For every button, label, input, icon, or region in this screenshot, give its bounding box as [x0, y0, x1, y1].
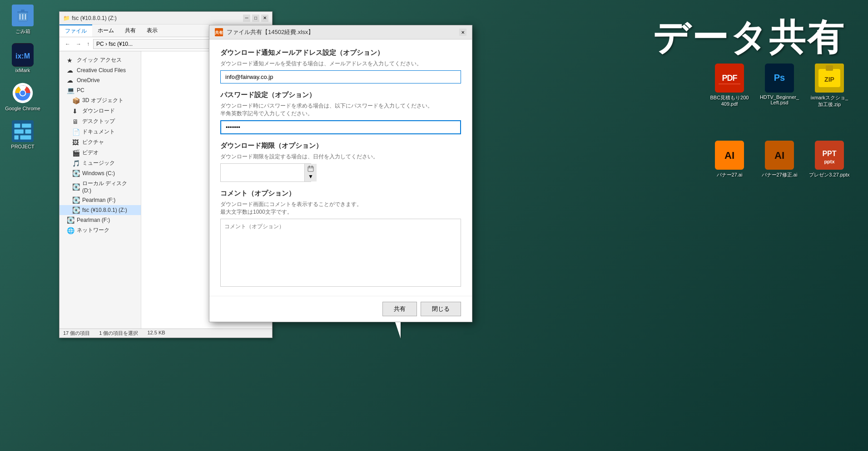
- sidebar-label-quick-access: クイック アクセス: [77, 56, 122, 64]
- sidebar-label-pc: PC: [77, 87, 84, 93]
- right-icon-ppt[interactable]: PPT pptx プレゼン3.27.pptx: [809, 141, 850, 178]
- 3d-icon: 📦: [72, 97, 79, 104]
- forward-button[interactable]: →: [74, 40, 83, 48]
- tab-share[interactable]: 共有: [119, 25, 141, 37]
- tab-home[interactable]: ホーム: [92, 25, 119, 37]
- dialog-footer: 共有 閉じる: [209, 296, 472, 322]
- comment-section-title: コメント（オプション）: [220, 189, 461, 198]
- sidebar-item-windows-c[interactable]: 💽 Windows (C:): [60, 168, 141, 178]
- sidebar-label-pearlman-f: Pearlman (F:): [82, 197, 115, 203]
- svg-text:共有: 共有: [215, 30, 223, 35]
- sidebar-item-download[interactable]: ⬇ ダウンロード: [60, 106, 141, 116]
- sidebar-label-music: ミュージック: [82, 159, 115, 167]
- file-share-dialog: 共有 ファイル共有【14502経費.xlsx】 ✕ ダウンロード通知メールアドレ…: [209, 25, 472, 322]
- comment-section-desc: ダウンロード画面にコメントを表示することができます。 最大文字数は1000文字で…: [220, 201, 461, 216]
- sidebar-item-fsc-z[interactable]: 💽 fsc (¥10.8.0.1) (Z:): [60, 205, 141, 215]
- sidebar-item-quick-access[interactable]: ★ クイック アクセス: [60, 55, 141, 65]
- network-icon: 🌐: [67, 227, 74, 234]
- sidebar-item-onedrive[interactable]: ☁ OneDrive: [60, 75, 141, 85]
- explorer-title: fsc (¥10.8.0.1) (Z:): [72, 15, 241, 21]
- sidebar-item-documents[interactable]: 📄 ドキュメント: [60, 127, 141, 137]
- svg-rect-14: [22, 123, 31, 127]
- maximize-button[interactable]: □: [252, 15, 259, 22]
- drive-f-icon: 💽: [72, 196, 79, 204]
- back-button[interactable]: ←: [63, 40, 72, 48]
- desktop-icon-google-chrome[interactable]: Google Chrome: [5, 82, 41, 111]
- email-section-title: ダウンロード通知メールアドレス設定（オプション）: [220, 49, 461, 57]
- ixmark-label: ixMark: [15, 68, 30, 73]
- file-size: 12.5 KB: [147, 330, 165, 337]
- up-button[interactable]: ↑: [85, 40, 91, 48]
- sidebar-item-desktop[interactable]: 🖥 デスクトップ: [60, 116, 141, 127]
- docs-icon: 📄: [72, 128, 79, 136]
- sidebar-item-3d[interactable]: 📦 3D オブジェクト: [60, 95, 141, 106]
- chrome-icon: [12, 81, 34, 105]
- sidebar-item-pc[interactable]: 💻 PC: [60, 85, 141, 95]
- minimize-button[interactable]: ─: [243, 15, 250, 22]
- selected-count: 1 個の項目を選択: [99, 330, 138, 337]
- email-section: ダウンロード通知メールアドレス設定（オプション） ダウンロード通知メールを受信す…: [220, 49, 461, 83]
- zip-icon: ZIP: [815, 64, 844, 93]
- right-icon-ai1[interactable]: AI バナー27.ai: [709, 141, 750, 178]
- deadline-section-desc: ダウンロード期限を設定する場合は、日付を入力してください。: [220, 153, 461, 161]
- pdf-icon: PDF: [715, 64, 744, 93]
- onedrive-icon: ☁: [67, 77, 74, 84]
- desktop: データ共有 ごみ箱: [0, 0, 868, 451]
- svg-text:Ps: Ps: [774, 73, 785, 83]
- sidebar-label-3d: 3D オブジェクト: [82, 97, 124, 104]
- right-icon-zip[interactable]: ZIP ixmarkスクショ_加工後.zip: [809, 64, 850, 108]
- email-input[interactable]: [220, 70, 461, 83]
- sidebar-item-network[interactable]: 🌐 ネットワーク: [60, 225, 141, 235]
- chrome-label: Google Chrome: [5, 106, 40, 111]
- right-icon-psd[interactable]: Ps HDTV_Beginner_Left.psd: [759, 64, 800, 108]
- svg-rect-13: [15, 123, 20, 127]
- project-icon: [12, 119, 34, 143]
- tab-view[interactable]: 表示: [141, 25, 163, 37]
- star-icon: ★: [67, 57, 74, 64]
- sidebar-item-local-d[interactable]: 💽 ローカル ディスク (D:): [60, 178, 141, 195]
- sidebar-label-video: ビデオ: [82, 149, 99, 157]
- password-section-desc: ダウンロード時にパスワードを求める場合は、以下にパスワードを入力してください。 …: [220, 102, 461, 118]
- sidebar-label-creative-cloud: Creative Cloud Files: [77, 67, 126, 74]
- sidebar-label-windows-c: Windows (C:): [82, 170, 115, 176]
- tab-file[interactable]: ファイル: [60, 25, 92, 37]
- sidebar-item-pictures[interactable]: 🖼 ピクチャ: [60, 137, 141, 147]
- svg-rect-17: [15, 135, 19, 139]
- drive-z-icon: 💽: [72, 206, 79, 214]
- sidebar-label-fsc-z: fsc (¥10.8.0.1) (Z:): [82, 207, 127, 213]
- right-icons-row1: PDF BBC見積もり200409.pdf Ps HDTV_Beginner_L…: [709, 64, 850, 108]
- right-icon-pdf[interactable]: PDF BBC見積もり200409.pdf: [709, 64, 750, 108]
- sidebar-item-music[interactable]: 🎵 ミュージック: [60, 158, 141, 168]
- date-input-container: ▼: [220, 163, 311, 182]
- drive-pearlman-icon: 💽: [67, 216, 74, 224]
- pictures-icon: 🖼: [72, 139, 79, 146]
- svg-rect-18: [20, 135, 31, 139]
- close-dialog-button[interactable]: 閉じる: [421, 302, 461, 316]
- right-icon-ai2[interactable]: AI バナー27修正.ai: [759, 141, 800, 178]
- explorer-statusbar: 17 個の項目 1 個の項目を選択 12.5 KB: [60, 328, 272, 338]
- comment-textarea[interactable]: [220, 219, 461, 287]
- desktop-icon-project[interactable]: PROJECT: [5, 120, 41, 149]
- sidebar-item-pearlman2[interactable]: 💽 Pearlman (F:): [60, 215, 141, 225]
- desktop-icon-ixmark[interactable]: ix:M ixMark: [5, 44, 41, 73]
- sidebar-item-creative-cloud[interactable]: ☁ Creative Cloud Files: [60, 65, 141, 75]
- dialog-close-btn[interactable]: ✕: [459, 29, 466, 36]
- share-button[interactable]: 共有: [382, 302, 417, 316]
- date-input[interactable]: [221, 167, 304, 178]
- sidebar-label-pictures: ピクチャ: [82, 138, 104, 146]
- svg-text:pptx: pptx: [824, 159, 835, 164]
- password-input[interactable]: [220, 120, 461, 134]
- sidebar-item-pearlman-f[interactable]: 💽 Pearlman (F:): [60, 195, 141, 205]
- ppt-label: プレゼン3.27.pptx: [809, 172, 849, 178]
- password-section-title: パスワード設定（オプション）: [220, 91, 461, 99]
- email-section-desc: ダウンロード通知メールを受信する場合は、メールアドレスを入力してください。: [220, 60, 461, 68]
- recycle-bin-icon: [12, 5, 34, 26]
- music-icon: 🎵: [72, 160, 79, 167]
- sidebar-item-video[interactable]: 🎬 ビデオ: [60, 147, 141, 158]
- calendar-button[interactable]: ▼: [304, 164, 317, 181]
- desktop-icon-recycle-bin[interactable]: ごみ箱: [5, 5, 41, 35]
- psd-icon: Ps: [765, 64, 794, 93]
- cursor-arrow-icon: [395, 322, 401, 338]
- close-button[interactable]: ✕: [261, 15, 268, 22]
- svg-text:ix:M: ix:M: [15, 52, 30, 60]
